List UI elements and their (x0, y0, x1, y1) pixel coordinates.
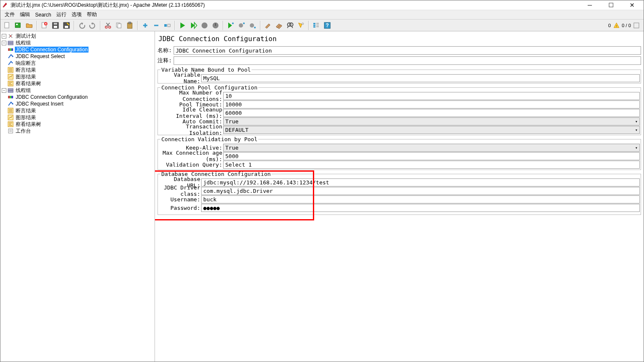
minimize-button[interactable]: ─ (583, 1, 596, 9)
menu-edit[interactable]: 编辑 (17, 10, 33, 19)
close-icon-button[interactable] (39, 20, 50, 31)
expand-button[interactable] (140, 20, 150, 31)
help-button[interactable]: ? (322, 20, 332, 31)
jdbc-config-icon (7, 46, 14, 53)
val-query-input[interactable] (223, 161, 640, 169)
tree-tg1-resp-assert[interactable]: 响应断言 (15, 60, 37, 67)
new-button[interactable] (2, 20, 12, 31)
svg-point-28 (302, 23, 304, 25)
menu-file[interactable]: 文件 (2, 10, 17, 19)
tx-iso-select[interactable]: DEFAULT▾ (223, 126, 640, 134)
sampler-icon (7, 100, 14, 107)
tree-tg1-jdbc-conn[interactable]: JDBC Connection Configuration (15, 47, 88, 53)
menu-run[interactable]: 运行 (54, 10, 69, 19)
tree-tg1-graph-result[interactable]: 图形结果 (15, 73, 37, 81)
svg-rect-17 (168, 24, 170, 27)
threadgroup-icon (7, 87, 14, 94)
toggle-icon[interactable]: − (2, 34, 6, 39)
svg-point-42 (12, 56, 14, 57)
val-query-label: Validation Query: (159, 162, 223, 168)
threadgroup-icon (7, 39, 14, 46)
name-input[interactable] (174, 46, 641, 55)
max-conn-input[interactable] (223, 92, 640, 100)
tx-iso-label: Transaction Isolation: (159, 123, 223, 136)
var-name-input[interactable] (201, 74, 640, 82)
open-button[interactable] (24, 20, 34, 31)
db-url-input[interactable] (201, 178, 640, 187)
tree-tg1-jdbc-req[interactable]: JDBC Request Select (15, 53, 66, 59)
pool-timeout-input[interactable] (223, 100, 640, 109)
save-button[interactable] (50, 20, 61, 31)
remote-stop-button[interactable] (237, 20, 247, 31)
shutdown-button[interactable] (210, 20, 221, 31)
clear-button[interactable] (263, 20, 273, 31)
templates-button[interactable] (13, 20, 23, 31)
tree-workbench[interactable]: 工作台 (15, 128, 32, 135)
svg-rect-37 (8, 41, 13, 43)
tree-threadgroup-2[interactable]: 线程组 (15, 87, 32, 94)
clear-all-button[interactable] (274, 20, 284, 31)
tree-threadgroup-1[interactable]: 线程组 (15, 39, 32, 47)
svg-rect-6 (54, 26, 57, 28)
function-helper-button[interactable] (311, 20, 321, 31)
maximize-button[interactable]: ☐ (605, 1, 617, 9)
svg-rect-20 (215, 23, 216, 26)
tree-tg1-view-tree[interactable]: 察看结果树 (15, 80, 42, 87)
redo-button[interactable] (88, 20, 98, 31)
svg-text:!: ! (616, 24, 617, 28)
svg-rect-46 (8, 89, 13, 90)
listener-icon (7, 67, 14, 73)
chevron-down-icon: ▾ (635, 145, 638, 150)
menu-search[interactable]: Search (33, 11, 54, 19)
search-button[interactable] (285, 20, 295, 31)
comment-input[interactable] (174, 56, 641, 65)
svg-rect-38 (8, 43, 13, 45)
db-pass-input[interactable] (201, 204, 640, 212)
undo-button[interactable] (77, 20, 87, 31)
idle-input[interactable] (223, 109, 640, 117)
copy-button[interactable] (114, 20, 124, 31)
run-button[interactable] (177, 20, 188, 31)
stop-button[interactable] (199, 20, 210, 31)
validation-legend: Connection Validation by Pool (160, 136, 258, 142)
toggle-icon[interactable]: − (2, 88, 6, 93)
collapse-button[interactable] (151, 20, 161, 31)
tree-tg2-assert-result[interactable]: 断言结果 (15, 107, 37, 114)
tree-tg2-jdbc-req[interactable]: JDBC Request Insert (15, 101, 64, 107)
tree-tg2-graph-result[interactable]: 图形结果 (15, 114, 37, 121)
config-panel: JDBC Connection Configuration 名称: 注释: Va… (155, 31, 644, 362)
cut-button[interactable] (103, 20, 113, 31)
toggle-icon[interactable]: − (2, 41, 6, 45)
svg-point-21 (232, 22, 234, 24)
menu-help[interactable]: 帮助 (84, 10, 100, 19)
tree-tg1-assert-result[interactable]: 断言结果 (15, 67, 37, 74)
remote-start-button[interactable] (226, 20, 236, 31)
svg-rect-30 (313, 25, 315, 26)
svg-rect-1 (15, 23, 20, 28)
warning-icon: ! (614, 22, 619, 28)
remote-shutdown-button[interactable] (248, 20, 258, 31)
svg-rect-13 (118, 24, 121, 28)
keep-alive-select[interactable]: True▾ (223, 144, 640, 152)
svg-rect-15 (129, 22, 131, 24)
chevron-down-icon: ▾ (635, 119, 638, 124)
db-driver-input[interactable] (201, 187, 640, 195)
max-age-label: Max Connection age (ms): (159, 150, 223, 162)
svg-rect-9 (65, 26, 68, 28)
db-user-input[interactable] (201, 195, 640, 203)
auto-commit-select[interactable]: True▾ (223, 117, 640, 125)
test-plan-tree[interactable]: − 测试计划 − 线程组 JDBC Connection C (0, 31, 155, 362)
tree-tg2-view-tree[interactable]: 察看结果树 (15, 121, 42, 128)
db-pass-label: Password: (159, 205, 201, 211)
close-button[interactable]: ✕ (626, 1, 638, 9)
run-noTimers-button[interactable] (188, 20, 199, 31)
save-as-button[interactable] (61, 20, 72, 31)
menu-options[interactable]: 选项 (69, 10, 84, 19)
paste-button[interactable] (125, 20, 135, 31)
tree-testplan[interactable]: 测试计划 (15, 33, 37, 40)
tree-tg2-jdbc-conn[interactable]: JDBC Connection Configuration (15, 94, 88, 100)
max-age-input[interactable] (223, 152, 640, 160)
reset-search-button[interactable] (296, 20, 306, 31)
toggle-button[interactable] (162, 20, 172, 31)
chevron-down-icon: ▾ (635, 128, 638, 132)
